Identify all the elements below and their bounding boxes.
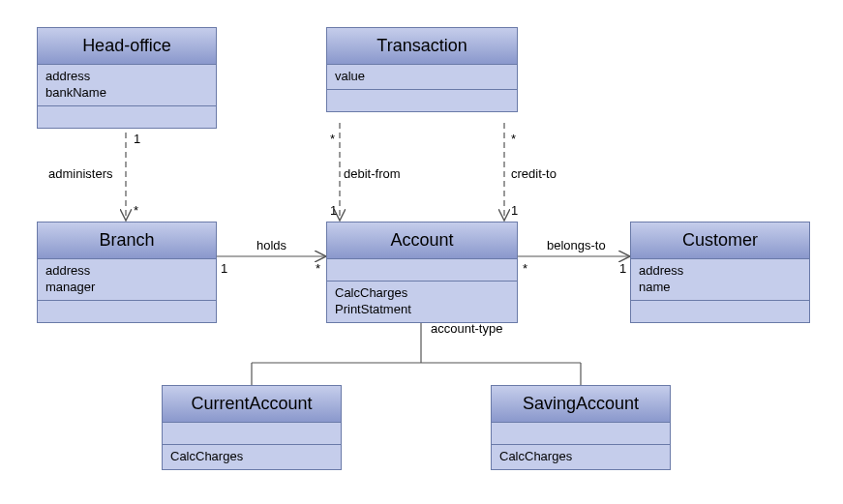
op: CalcCharges — [499, 449, 662, 465]
class-attrs-empty — [327, 259, 517, 282]
multiplicity: 1 — [134, 132, 140, 146]
class-operations: CalcCharges — [163, 445, 341, 469]
class-ops-empty — [38, 301, 216, 322]
class-head-office: Head-office address bankName — [37, 27, 217, 129]
class-ops-empty — [631, 301, 809, 322]
class-ops-empty — [327, 90, 517, 111]
multiplicity: * — [523, 261, 527, 276]
class-branch: Branch address manager — [37, 222, 217, 323]
relation-label: belongs-to — [547, 238, 606, 252]
relation-label: holds — [256, 238, 286, 252]
relation-label: credit-to — [511, 166, 557, 181]
class-attrs-empty — [163, 423, 341, 445]
relation-label: administers — [48, 166, 112, 181]
class-attributes: value — [327, 65, 517, 90]
class-transaction: Transaction value — [326, 27, 518, 112]
multiplicity: * — [134, 203, 138, 218]
multiplicity: 1 — [330, 203, 337, 218]
class-attributes: address bankName — [38, 65, 216, 106]
attr: address — [639, 263, 801, 280]
class-ops-empty — [38, 106, 216, 128]
op: CalcCharges — [335, 285, 509, 302]
class-title: Account — [327, 222, 517, 259]
attr: manager — [45, 280, 208, 296]
multiplicity: 1 — [619, 261, 626, 276]
class-saving-account: SavingAccount CalcCharges — [491, 385, 671, 470]
class-title: Head-office — [38, 28, 216, 65]
class-attrs-empty — [492, 423, 670, 445]
multiplicity: * — [511, 132, 516, 146]
class-operations: CalcCharges — [492, 445, 670, 469]
multiplicity: 1 — [511, 203, 518, 218]
attr: address — [45, 69, 208, 85]
class-operations: CalcCharges PrintStatment — [327, 282, 517, 322]
attr: value — [335, 69, 509, 85]
class-account: Account CalcCharges PrintStatment — [326, 222, 518, 323]
class-title: Customer — [631, 222, 809, 259]
multiplicity: * — [330, 132, 335, 146]
relation-label: debit-from — [344, 166, 401, 181]
class-customer: Customer address name — [630, 222, 810, 323]
multiplicity: * — [316, 261, 320, 276]
class-title: Transaction — [327, 28, 517, 65]
multiplicity: 1 — [221, 261, 227, 276]
class-title: CurrentAccount — [163, 386, 341, 423]
op: PrintStatment — [335, 302, 509, 318]
relation-label: account-type — [431, 321, 502, 336]
class-title: SavingAccount — [492, 386, 670, 423]
attr: name — [639, 280, 801, 296]
attr: bankName — [45, 85, 208, 102]
op: CalcCharges — [170, 449, 333, 465]
class-current-account: CurrentAccount CalcCharges — [162, 385, 342, 470]
attr: address — [45, 263, 208, 280]
class-attributes: address manager — [38, 259, 216, 301]
class-title: Branch — [38, 222, 216, 259]
class-attributes: address name — [631, 259, 809, 301]
